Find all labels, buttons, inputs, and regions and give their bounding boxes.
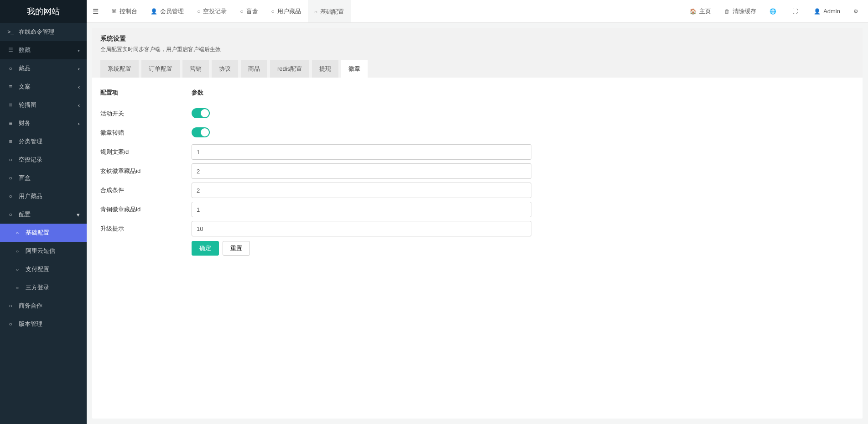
bars-icon: ☰ [93,7,99,16]
sidebar-item-label: 财务 [19,119,31,127]
chevron-left-icon: ‹ [78,102,80,109]
chevron-left-icon: ‹ [78,65,80,72]
topbar-tab-label: 空投记录 [203,7,227,16]
sidebar-item-label: 数藏 [19,46,31,54]
sidebar-item-biz[interactable]: ○商务合作 [0,297,87,315]
tab-withdraw[interactable]: 提现 [312,60,338,78]
topbar-tab-label: 控制台 [120,7,137,16]
sidebar-item-collection[interactable]: ○藏品 ‹ [0,59,87,78]
topbar: ☰ ⌘ 控制台 👤 会员管理 ○ 空投记录 ○ 盲盒 [87,0,868,23]
fullscreen-button[interactable]: ⛶ [786,0,807,22]
circle-icon: ○ [14,267,21,272]
circle-icon: ○ [7,65,14,72]
circle-icon: ○ [7,303,14,309]
sidebar-item-label: 商务合作 [19,302,42,310]
topbar-user-label: Admin [823,8,840,15]
activity-switch[interactable] [192,108,210,118]
rule-id-input[interactable] [192,144,531,160]
panel-desc: 全局配置实时同步客户端，用户重启客户端后生效 [100,46,854,53]
sidebar-item-copy[interactable]: ≡文案 ‹ [0,78,87,96]
settings-button[interactable]: ⚙ [847,0,868,22]
form-label: 合成条件 [100,183,192,198]
tab-member[interactable]: 👤 会员管理 [144,0,191,22]
user-menu[interactable]: 👤 Admin [807,0,847,22]
tab-marketing[interactable]: 营销 [182,60,209,78]
list-icon: ≡ [7,138,14,145]
form-label: 玄铁徽章藏品id [100,163,192,179]
chevron-left-icon: ‹ [78,120,80,127]
circle-icon: ○ [240,8,243,15]
sidebar-item-category[interactable]: ≡分类管理 [0,132,87,151]
sidebar-item-config[interactable]: ○配置 ▾ [0,205,87,224]
sidebar-item-label: 空投记录 [19,156,42,164]
list-icon: ≡ [7,102,14,108]
sidebar-item-label: 用户藏品 [19,192,42,200]
sidebar-item-thirdlogin[interactable]: ○ 三方登录 [0,278,87,297]
main: ☰ ⌘ 控制台 👤 会员管理 ○ 空投记录 ○ 盲盒 [87,0,868,424]
sidebar-item-blindbox[interactable]: ○盲盒 [0,169,87,187]
circle-icon: ○ [14,285,21,290]
sidebar-item-alisms[interactable]: ○ 阿里云短信 [0,242,87,260]
tab-badge[interactable]: 徽章 [341,60,368,78]
header-config: 配置项 [100,85,192,100]
dashboard-icon: ⌘ [111,8,117,15]
clear-cache-button[interactable]: 🗑 清除缓存 [718,0,763,22]
circle-icon: ○ [7,175,14,181]
tab-console[interactable]: ⌘ 控制台 [105,0,144,22]
sidebar-item-label: 阿里云短信 [26,247,55,255]
tab-baseconfig[interactable]: ○ 基础配置 [308,0,351,22]
circle-icon: ○ [197,8,200,15]
nav: >_ 在线命令管理 ☰ 数藏 ▾ ○藏品 ‹ ≡文案 ‹ ≡轮播图 [0,23,87,424]
form-label: 升级提示 [100,221,192,236]
tab-blindbox[interactable]: ○ 盲盒 [234,0,265,22]
topbar-action-label: 清除缓存 [733,7,756,16]
sidebar-item-label: 支付配置 [26,265,49,273]
sidebar-item-cmd[interactable]: >_ 在线命令管理 [0,23,87,41]
home-button[interactable]: 🏠 主页 [683,0,718,22]
sidebar-item-label: 分类管理 [19,137,42,146]
tab-order[interactable]: 订单配置 [141,60,180,78]
submit-button[interactable]: 确定 [192,241,219,256]
config-tabs: 系统配置 订单配置 营销 协议 商品 redis配置 提现 徽章 [92,60,863,78]
tab-usercollection[interactable]: ○ 用户藏品 [265,0,308,22]
topbar-tab-label: 会员管理 [160,7,184,16]
row-activity-switch: 活动开关 [100,106,854,121]
badge-transfer-switch[interactable] [192,127,210,137]
sidebar-item-version[interactable]: ○版本管理 [0,315,87,333]
tab-protocol[interactable]: 协议 [212,60,238,78]
synthesis-input[interactable] [192,183,531,198]
user-icon: 👤 [151,8,157,15]
sidebar-item-carousel[interactable]: ≡轮播图 ‹ [0,96,87,114]
lang-button[interactable]: 🌐 [763,0,786,22]
form-label: 规则文案id [100,144,192,160]
sidebar-item-usercollection[interactable]: ○用户藏品 [0,187,87,205]
menu-toggle-button[interactable]: ☰ [87,0,105,22]
sidebar-item-baseconfig[interactable]: ○ 基础配置 [0,224,87,242]
circle-icon: ○ [14,249,21,254]
form-label: 徽章转赠 [100,125,192,141]
sidebar-item-payconfig[interactable]: ○ 支付配置 [0,260,87,278]
reset-button[interactable]: 重置 [223,241,250,256]
circle-icon: ○ [271,8,275,15]
upgrade-tip-input[interactable] [192,221,531,236]
tab-redis[interactable]: redis配置 [270,60,309,78]
sidebar-item-airdrop[interactable]: ○空投记录 [0,151,87,169]
form-label: 青铜徽章藏品id [100,202,192,217]
sidebar-item-label: 文案 [19,83,31,91]
sidebar-group-data[interactable]: ☰ 数藏 ▾ [0,41,87,59]
xuantie-id-input[interactable] [192,163,531,179]
qingtong-id-input[interactable] [192,202,531,217]
tab-system[interactable]: 系统配置 [100,60,139,78]
sidebar-item-finance[interactable]: ≡财务 ‹ [0,114,87,132]
tab-goods[interactable]: 商品 [241,60,267,78]
topbar-tab-label: 用户藏品 [277,7,301,16]
row-badge-transfer: 徽章转赠 [100,125,854,141]
topbar-tab-label: 基础配置 [320,8,344,16]
expand-icon: ⛶ [792,8,798,15]
form-header: 配置项 参数 [100,85,854,100]
circle-icon: ○ [7,321,14,327]
panel-title: 系统设置 [100,35,854,43]
tab-airdrop[interactable]: ○ 空投记录 [191,0,234,22]
home-icon: 🏠 [690,8,696,15]
sidebar: 我的网站 >_ 在线命令管理 ☰ 数藏 ▾ ○藏品 ‹ ≡文案 [0,0,87,424]
